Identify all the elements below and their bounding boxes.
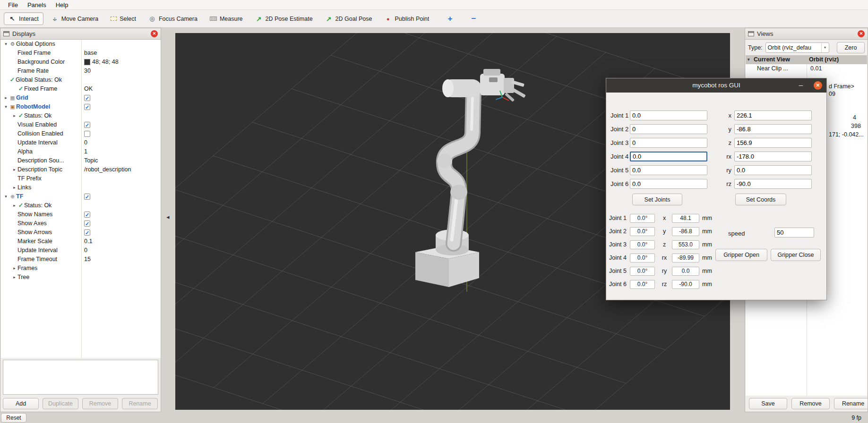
tree-row-show-arrows[interactable]: Show Arrows✓ <box>1 228 161 237</box>
joint-4-angle-input[interactable] <box>630 152 707 161</box>
joint-2-angle-input[interactable] <box>630 124 707 134</box>
x-coord-input[interactable] <box>734 110 812 120</box>
tree-row-tree[interactable]: ▸Tree <box>1 273 161 282</box>
set-coords-button[interactable]: Set Coords <box>735 194 786 205</box>
menu-panels[interactable]: Panels <box>23 1 51 8</box>
checkbox[interactable]: ✓ <box>84 229 90 236</box>
coord-input-label: rx <box>721 153 731 160</box>
z-coord-input[interactable] <box>734 138 812 148</box>
rename-view-button[interactable]: Rename <box>834 398 868 409</box>
tree-row-tf-prefix[interactable]: TF Prefix <box>1 174 161 183</box>
gripper-close-button[interactable]: Gripper Close <box>771 249 821 261</box>
tree-row-background-color[interactable]: Background Color48; 48; 48 <box>1 58 161 67</box>
checkbox[interactable]: ✓ <box>84 122 90 128</box>
tool-select[interactable]: Select <box>106 12 141 25</box>
minimize-icon[interactable]: – <box>796 78 806 91</box>
checkbox[interactable]: ✓ <box>84 212 90 218</box>
tree-row-show-names[interactable]: Show Names✓ <box>1 210 161 219</box>
speed-input[interactable] <box>774 228 814 237</box>
expander-icon[interactable]: ▸ <box>11 111 17 120</box>
y-coord-input[interactable] <box>734 124 812 134</box>
expander-icon[interactable]: ▾ <box>3 40 9 49</box>
gripper-open-button[interactable]: Gripper Open <box>715 249 767 261</box>
reset-button[interactable]: Reset <box>1 413 26 423</box>
displays-close-icon[interactable] <box>151 30 158 37</box>
add-display-button[interactable]: Add <box>3 398 39 409</box>
views-panel-titlebar[interactable]: Views <box>745 28 868 40</box>
remove-tool-button[interactable] <box>466 12 481 25</box>
checkbox[interactable]: ✓ <box>84 104 90 110</box>
expander-icon[interactable] <box>748 55 753 64</box>
grid-icon <box>9 93 16 102</box>
duplicate-display-button[interactable]: Duplicate <box>43 398 78 409</box>
expander-icon[interactable]: ▾ <box>3 192 9 201</box>
tree-row-status-ok[interactable]: ▸✓Status: Ok <box>1 111 161 120</box>
joint-6-angle-input[interactable] <box>630 179 707 189</box>
current-view-header-row[interactable]: Current View Orbit (rviz) <box>746 55 867 64</box>
set-joints-button[interactable]: Set Joints <box>632 194 682 205</box>
zero-button[interactable]: Zero <box>837 42 865 53</box>
save-view-button[interactable]: Save <box>749 398 787 409</box>
tool-focus-camera[interactable]: Focus Camera <box>144 12 202 25</box>
tree-row-update-interval[interactable]: Update Interval0 <box>1 138 161 147</box>
tree-row-marker-scale[interactable]: Marker Scale0.1 <box>1 237 161 246</box>
tree-row-frame-timeout[interactable]: Frame Timeout15 <box>1 255 161 264</box>
expander-icon[interactable]: ▸ <box>3 93 9 102</box>
remove-view-button[interactable]: Remove <box>791 398 830 409</box>
joint-3-angle-input[interactable] <box>630 138 707 148</box>
tree-row-frame-rate[interactable]: Frame Rate30 <box>1 67 161 76</box>
tree-row-status-ok[interactable]: ▸✓Status: Ok <box>1 201 161 210</box>
tree-row-alpha[interactable]: Alpha1 <box>1 147 161 156</box>
rz-coord-input[interactable] <box>734 179 812 189</box>
tree-row-visual-enabled[interactable]: Visual Enabled✓ <box>1 120 161 129</box>
chevron-down-icon[interactable] <box>821 43 829 52</box>
tree-row-tf[interactable]: ▾TF✓ <box>1 192 161 201</box>
tool-publish-point[interactable]: Publish Point <box>379 12 434 25</box>
tool-2d-pose-estimate[interactable]: 2D Pose Estimate <box>250 12 318 25</box>
tree-row-update-interval[interactable]: Update Interval0 <box>1 246 161 255</box>
tool-measure[interactable]: Measure <box>205 12 248 25</box>
tree-row-show-axes[interactable]: Show Axes✓ <box>1 219 161 228</box>
tree-row-grid[interactable]: ▸Grid✓ <box>1 93 161 102</box>
checkbox[interactable]: ✓ <box>84 194 90 200</box>
tree-row-description-sou[interactable]: Description Sou...Topic <box>1 156 161 165</box>
expander-icon[interactable]: ▸ <box>11 264 17 273</box>
displays-panel-titlebar[interactable]: Displays <box>0 28 161 40</box>
checkbox[interactable] <box>84 131 90 137</box>
tool-2d-goal-pose[interactable]: 2D Goal Pose <box>320 12 377 25</box>
tool-move-camera[interactable]: Move Camera <box>46 12 103 25</box>
tree-row-global-options[interactable]: ▾Global Options <box>1 40 161 49</box>
expander-icon[interactable]: ▸ <box>11 183 17 192</box>
expander-icon[interactable]: ▸ <box>11 273 17 282</box>
ry-coord-input[interactable] <box>734 165 812 175</box>
tool-interact[interactable]: Interact <box>4 12 43 25</box>
add-tool-button[interactable] <box>442 12 457 25</box>
views-close-icon[interactable] <box>858 30 865 37</box>
remove-display-button[interactable]: Remove <box>82 398 118 409</box>
checkbox[interactable]: ✓ <box>84 220 90 227</box>
view-type-select[interactable]: Orbit (rviz_defau <box>765 42 829 53</box>
menu-file[interactable]: File <box>4 1 22 8</box>
checkbox[interactable]: ✓ <box>84 95 90 101</box>
joint-1-angle-input[interactable] <box>630 110 707 120</box>
close-icon[interactable] <box>814 81 822 90</box>
tree-row-collision-enabled[interactable]: Collision Enabled <box>1 129 161 138</box>
tree-row-fixed-frame[interactable]: Fixed Framebase <box>1 49 161 58</box>
menu-help[interactable]: Help <box>52 1 73 8</box>
near-clip-row[interactable]: Near Clip ... 0.01 <box>746 64 867 73</box>
panel-collapse-arrow-icon[interactable] <box>166 213 170 220</box>
expander-icon[interactable]: ▸ <box>11 165 17 174</box>
dialog-titlebar[interactable]: mycobot ros GUI – <box>606 78 826 93</box>
views-row-fragment: 398 <box>851 123 861 129</box>
joint-5-angle-input[interactable] <box>630 165 707 175</box>
rename-display-button[interactable]: Rename <box>122 398 158 409</box>
tree-row-description-topic[interactable]: ▸Description Topic/robot_description <box>1 165 161 174</box>
tree-row-global-status-ok[interactable]: ✓Global Status: Ok <box>1 76 161 85</box>
tree-row-fixed-frame[interactable]: ✓Fixed FrameOK <box>1 85 161 93</box>
tree-row-links[interactable]: ▸Links <box>1 183 161 192</box>
tree-row-robotmodel[interactable]: ▾RobotModel✓ <box>1 102 161 111</box>
tree-row-frames[interactable]: ▸Frames <box>1 264 161 273</box>
rx-coord-input[interactable] <box>734 152 812 161</box>
expander-icon[interactable]: ▾ <box>3 102 9 111</box>
expander-icon[interactable]: ▸ <box>11 201 17 210</box>
